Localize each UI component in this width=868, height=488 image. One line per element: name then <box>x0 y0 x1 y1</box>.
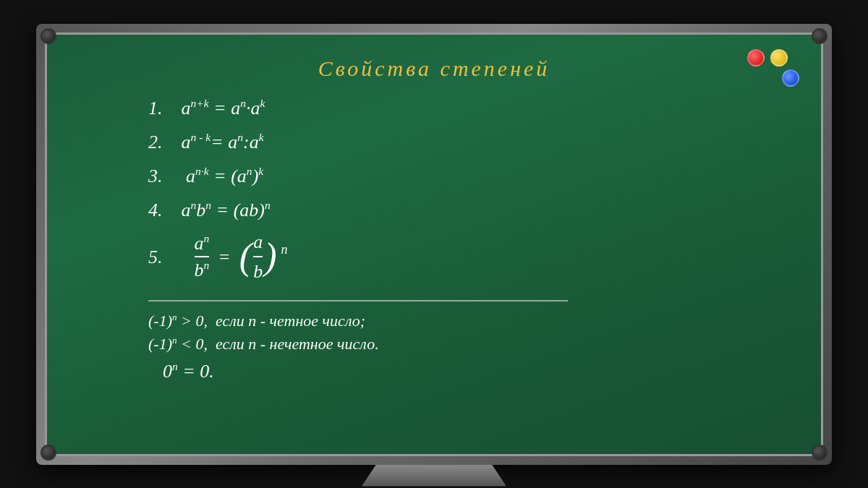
blackboard: Свойства степеней 1. an+k = an·ak 2. an … <box>45 33 823 456</box>
circle-yellow <box>770 49 788 67</box>
fraction-denominator: bn <box>195 257 210 281</box>
circle-blue <box>782 69 799 87</box>
decoration-circles <box>747 49 799 87</box>
formula-3: 3. an·k = (an)k <box>148 162 263 190</box>
inner-numerator: a <box>253 230 263 258</box>
divider-line <box>148 300 568 301</box>
fraction-inner: a b <box>253 230 263 285</box>
blackboard-outer: Свойства степеней 1. an+k = an·ak 2. an … <box>36 24 832 465</box>
zero-formula: 0n = 0. <box>148 361 214 382</box>
equals-sign: = <box>218 243 231 271</box>
formula-4: 4. anbn = (ab)n <box>148 196 271 224</box>
content-area: 1. an+k = an·ak 2. an - k= an:ak 3. an·k… <box>90 94 778 383</box>
formula-2: 2. an - k= an:ak <box>148 128 264 156</box>
formula-3-number: 3. <box>148 166 163 187</box>
note-2: (-1)n < 0, если n - нечетное число. <box>148 335 379 354</box>
bolt-top-right <box>812 28 827 44</box>
formula-4-number: 4. <box>148 200 163 221</box>
formula-5-number: 5. <box>148 243 163 271</box>
bolt-top-left <box>41 28 56 44</box>
inner-denominator: b <box>253 257 263 284</box>
formula-2-number: 2. <box>148 132 163 153</box>
board-title: Свойства степеней <box>90 56 778 81</box>
fraction-left: an bn <box>195 232 210 281</box>
formula-1-number: 1. <box>148 98 163 119</box>
open-paren: ( <box>239 238 252 275</box>
fraction-numerator: an <box>195 232 210 257</box>
bolt-bottom-right <box>812 445 827 461</box>
formula-5: 5. an bn = ( a b ) n <box>148 230 288 285</box>
formula-1: 1. an+k = an·ak <box>148 94 265 122</box>
bolt-bottom-left <box>41 445 56 461</box>
note-1: (-1)n > 0, если n - четное число; <box>148 312 365 330</box>
circle-red <box>747 49 765 67</box>
paren-fraction: ( a b ) <box>239 230 277 285</box>
close-paren: ) <box>264 238 276 275</box>
board-stand <box>362 465 506 487</box>
